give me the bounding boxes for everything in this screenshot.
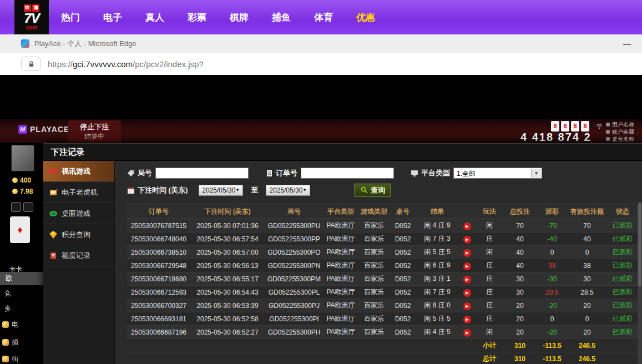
table-row: 2505300667385102025-05-30 06:57:00GD0522… [127, 246, 639, 259]
column-header: 状态 [606, 204, 639, 219]
tab-label: 桌面游戏 [62, 209, 90, 219]
tab-credit-records[interactable]: 额度记录 [43, 245, 114, 266]
date-to-select[interactable]: 2025/05/30 ▼ [266, 185, 310, 196]
dialog-main: 局号 订单号 [115, 161, 642, 364]
table-cell: D052 [390, 246, 416, 259]
table-cell: PA欧洲厅 [323, 219, 358, 232]
wifi-icon [595, 122, 603, 132]
table-cell: GD052255300PJ [265, 299, 323, 312]
table-row: 2505300667295482025-05-30 06:56:13GD0522… [127, 259, 639, 272]
tab-video-games[interactable]: 视讯游戏 [43, 161, 114, 182]
diamond-icon [49, 230, 58, 239]
replay-cell: ▶ [459, 246, 476, 259]
nav-item-fishing[interactable]: 捕鱼 [272, 11, 291, 24]
payout-cell: 38 [537, 259, 568, 272]
grand-total-row: 总计 310 -113.5 246.5 [127, 352, 639, 364]
nav-item-board[interactable]: 棋牌 [230, 11, 249, 24]
username-label: 用户名称 [612, 121, 634, 128]
table-status-box: 停止下注 结算中 [68, 120, 121, 142]
date-to-value: 2025/05/30 [269, 186, 302, 194]
table-cell: D052 [390, 286, 416, 299]
nav-item-live[interactable]: 真人 [145, 11, 164, 24]
scrollbar[interactable] [638, 202, 642, 364]
table-cell: 闲 [476, 219, 503, 232]
table-row: 2505300666931812025-05-30 06:52:58GD0522… [127, 312, 639, 326]
round-number-input[interactable] [155, 168, 249, 179]
scrollbar-thumb[interactable] [638, 203, 641, 286]
column-header: 桌号 [390, 204, 416, 219]
site-logo[interactable]: 申 博 7V com [14, 0, 49, 34]
table-cell: 闲 5 庄 5 [416, 246, 459, 259]
minimize-button[interactable]: — [623, 39, 631, 48]
table-cell: D052 [390, 326, 416, 339]
grand-total-payout: -113.5 [537, 352, 568, 364]
url-domain: gci.7vvvvvv.com [73, 59, 133, 69]
date-from-value: 2025/05/30 [202, 186, 235, 194]
table-cell: 0 [568, 312, 606, 326]
table-cell: D052 [390, 272, 416, 286]
order-number-input[interactable] [301, 168, 394, 179]
replay-button[interactable]: ▶ [463, 302, 471, 310]
platform-type-select[interactable]: 1.全部 ▼ [453, 168, 542, 179]
table-cell: 2025-05-30 06:53:39 [190, 299, 265, 312]
settling-label: 结算中 [68, 132, 121, 141]
nav-item-promo[interactable]: 优惠 [356, 11, 375, 24]
table-cell: GD052255300PM [265, 272, 323, 286]
main-nav: 热门 电子 真人 彩票 棋牌 捕鱼 体育 优惠 [61, 0, 375, 34]
replay-cell: ▶ [459, 232, 476, 246]
table-cell: 闲 4 庄 9 [416, 219, 459, 232]
nav-item-lottery[interactable]: 彩票 [188, 11, 206, 24]
wallet-button-icon [11, 202, 21, 212]
sidebar-fragment: 电 [2, 320, 18, 330]
video-camera-icon [49, 167, 58, 176]
url-field[interactable]: https://gci.7vvvvvv.com/pc/pcv2/index.js… [48, 59, 204, 69]
date-from-select[interactable]: 2025/05/30 ▼ [199, 185, 243, 196]
sidebar-fragment: 竞 [4, 289, 11, 299]
browser-titlebar: PlayAce - 个人 - Microsoft Edge — [0, 34, 642, 53]
category-icon [2, 339, 9, 346]
table-cell: 250530066718680 [127, 272, 190, 286]
table-cell: 28.5 [568, 286, 606, 299]
table-cell: D052 [390, 312, 416, 326]
table-cell: PA欧洲厅 [323, 286, 358, 299]
status-cell: 已派彩 [606, 232, 639, 246]
playing-card: 8 [551, 121, 559, 132]
column-header: 游戏类型 [358, 204, 390, 219]
bet-table-body: 2505300767875152025-05-30 07:01:36GD0522… [127, 219, 639, 339]
table-cell: 0 [568, 246, 606, 259]
replay-button[interactable]: ▶ [463, 249, 471, 257]
balance-value: 400 [20, 176, 31, 184]
grand-total-label: 总计 [476, 352, 503, 364]
tab-table-games[interactable]: 桌面游戏 [43, 203, 114, 224]
search-button[interactable]: 查询 [355, 184, 391, 196]
to-label: 至 [251, 185, 258, 195]
nav-item-hot[interactable]: 热门 [61, 11, 80, 24]
screen: 申 博 7V com 热门 电子 真人 彩票 棋牌 捕鱼 体育 优惠 PlayA… [0, 0, 642, 364]
user-icon [606, 123, 610, 127]
logo-sub: com [26, 25, 38, 30]
replay-button[interactable]: ▶ [463, 289, 471, 297]
table-cell: 闲 4 庄 5 [416, 326, 459, 339]
subtotal-valid: 246.5 [568, 339, 606, 352]
table-cell: PA欧洲厅 [323, 246, 358, 259]
tab-label: 额度记录 [62, 251, 90, 261]
table-cell: D052 [390, 299, 416, 312]
replay-button[interactable]: ▶ [463, 236, 471, 244]
nav-item-sports[interactable]: 体育 [314, 11, 333, 24]
nav-item-slots[interactable]: 电子 [103, 11, 122, 24]
table-cell: 70 [568, 219, 606, 232]
table-cell: 百家乐 [358, 312, 390, 326]
replay-button[interactable]: ▶ [463, 223, 471, 230]
tab-slot-machines[interactable]: 电子老虎机 [43, 182, 114, 203]
table-cell: 30 [503, 272, 537, 286]
replay-button[interactable]: ▶ [463, 316, 471, 323]
replay-button[interactable]: ▶ [463, 262, 471, 270]
replay-button[interactable]: ▶ [463, 276, 471, 284]
table-cell: PA欧洲厅 [323, 272, 358, 286]
replay-button[interactable]: ▶ [463, 329, 471, 337]
payout-cell: 0 [537, 246, 568, 259]
grand-total-valid: 246.5 [568, 352, 606, 364]
site-permissions-button[interactable] [21, 57, 41, 71]
tab-points-inquiry[interactable]: 积分查询 [43, 224, 114, 245]
balance-label: 账户余额 [612, 128, 634, 135]
